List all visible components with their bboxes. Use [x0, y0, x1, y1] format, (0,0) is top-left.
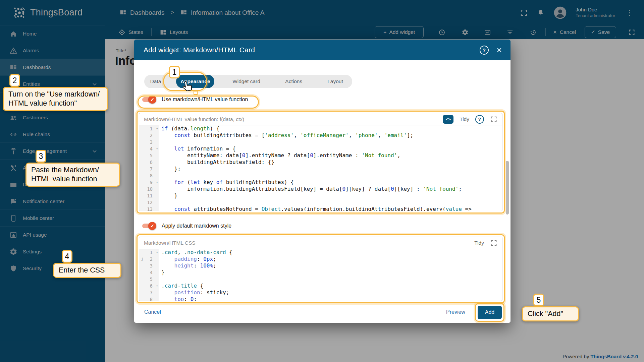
css-editor: Markdown/HTML CSS Tidy 1▾.card, .no-data… [139, 237, 502, 301]
dialog-cancel-button[interactable]: Cancel [144, 309, 161, 315]
step-badge-5: 5 [533, 294, 544, 306]
toggle-check-icon: ✓ [148, 222, 156, 230]
step-badge-3: 3 [36, 150, 46, 163]
tab-layout[interactable]: Layout [319, 75, 351, 88]
value-function-editor: Markdown/HTML value function: f(data, ct… [139, 113, 502, 211]
dialog-title: Add widget: Markdown/HTML Card [144, 46, 255, 54]
add-button[interactable]: Add [478, 306, 502, 319]
value-function-editor-header: Markdown/HTML value function: f(data, ct… [139, 113, 502, 125]
editor-help-icon[interactable]: ? [475, 115, 484, 124]
editor-fullscreen-icon[interactable] [490, 239, 497, 247]
step-badge-1: 1 [169, 66, 180, 78]
print-margin [432, 249, 432, 301]
screen: ThingsBoard Dashboards > Information abo… [0, 0, 644, 362]
tab-actions[interactable]: Actions [278, 75, 309, 88]
callout-step-3: Paste the Markdown/ HTML value function [25, 163, 120, 187]
value-function-editor-label: Markdown/HTML value function: f(data, ct… [144, 116, 244, 122]
dialog-close-icon[interactable]: × [496, 46, 502, 54]
callout-step-2: Turn on the "Use markdown/ HTML value fu… [3, 87, 108, 111]
code-tag-icon[interactable]: <> [443, 115, 453, 124]
tidy-button[interactable]: Tidy [460, 116, 469, 122]
callout-step-4: Enter the CSS [53, 263, 121, 278]
css-editor-label: Markdown/HTML CSS [144, 240, 196, 246]
editor-fullscreen-icon[interactable] [490, 116, 497, 123]
apply-style-toggle-row: ✓ Apply default markdown style [141, 222, 231, 230]
use-markdown-toggle[interactable]: ✓ [141, 96, 156, 104]
hand-cursor-icon [180, 79, 195, 94]
use-markdown-toggle-row: ✓ Use markdown/HTML value function [141, 96, 248, 104]
click-marker [194, 91, 198, 95]
value-function-code-area[interactable]: 1▾if (data.length) {2 const buildingAttr… [139, 125, 502, 211]
dialog-header: Add widget: Markdown/HTML Card ? × [134, 40, 511, 60]
css-code-area[interactable]: 1▾.card, .no-data-card {2i padding: 0px;… [139, 249, 502, 301]
tab-data[interactable]: Data [145, 75, 166, 88]
dialog-scrollbar-thumb[interactable] [506, 161, 509, 215]
scrollbar-gutter-line [497, 249, 497, 301]
step-badge-2: 2 [9, 74, 20, 87]
callout-step-5: Click "Add" [522, 306, 579, 321]
apply-style-toggle-label: Apply default markdown style [162, 223, 231, 229]
use-markdown-toggle-label: Use markdown/HTML value function [162, 97, 248, 103]
apply-markdown-style-toggle[interactable]: ✓ [141, 222, 156, 230]
toggle-check-icon: ✓ [148, 96, 156, 104]
tab-widget-card[interactable]: Widget card [225, 75, 268, 88]
step-badge-4: 4 [62, 250, 72, 263]
dialog-help-icon[interactable]: ? [480, 46, 489, 55]
css-editor-header: Markdown/HTML CSS Tidy [139, 237, 502, 249]
scrollbar-gutter-line [497, 126, 497, 211]
tidy-button[interactable]: Tidy [474, 240, 484, 246]
print-margin [432, 126, 432, 211]
preview-button[interactable]: Preview [446, 309, 465, 315]
